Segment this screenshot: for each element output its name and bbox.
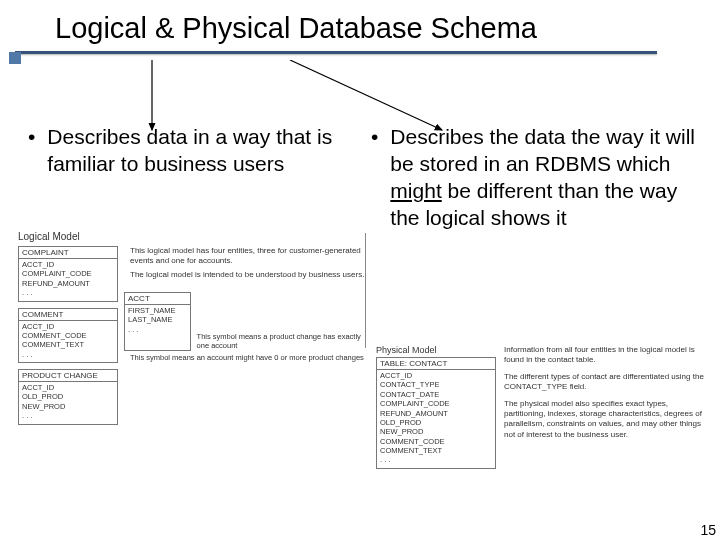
logical-model-diagram: Logical Model COMPLAINT ACCT_ID COMPLAIN… xyxy=(18,231,368,425)
right-bullet-text: Describes the data the way it will be st… xyxy=(390,124,696,232)
physical-desc-3: The physical model also specifies exact … xyxy=(504,399,708,441)
entity-head: PRODUCT CHANGE xyxy=(19,370,117,382)
slide-title-bar: Logical & Physical Database Schema xyxy=(0,0,720,54)
physical-model-diagram: Physical Model TABLE: CONTACT ACCT_ID CO… xyxy=(376,345,708,469)
entity-complaint: COMPLAINT ACCT_ID COMPLAINT_CODE REFUND_… xyxy=(18,246,118,302)
slide-title: Logical & Physical Database Schema xyxy=(55,12,720,45)
entity-acct: ACCT FIRST_NAME LAST_NAME . . . xyxy=(124,292,191,351)
right-column: • Describes the data the way it will be … xyxy=(367,124,696,232)
entity-comment: COMMENT ACCT_ID COMMENT_CODE COMMENT_TEX… xyxy=(18,308,118,364)
right-bullet-pre: Describes the data the way it will be st… xyxy=(390,125,695,175)
entity-fields: ACCT_ID OLD_PROD NEW_PROD . . . xyxy=(19,382,117,424)
entity-fields: ACCT_ID COMMENT_CODE COMMENT_TEXT . . . xyxy=(19,321,117,363)
title-accent-square xyxy=(9,52,21,64)
logical-sym2: This symbol means an account might have … xyxy=(130,353,368,362)
entity-product-change: PRODUCT CHANGE ACCT_ID OLD_PROD NEW_PROD… xyxy=(18,369,118,425)
right-bullet: • Describes the data the way it will be … xyxy=(367,124,696,232)
right-bullet-underline: might xyxy=(390,179,441,202)
entity-head: ACCT xyxy=(125,293,190,305)
left-bullet: • Describes data in a way that is famili… xyxy=(28,124,357,178)
logical-desc-2: The logical model is intended to be unde… xyxy=(130,270,368,280)
physical-desc-2: The different types of contact are diffe… xyxy=(504,372,708,393)
logical-model-label: Logical Model xyxy=(18,231,368,242)
physical-desc-1: Information from all four entities in th… xyxy=(504,345,708,366)
page-number: 15 xyxy=(700,522,716,538)
entity-fields: ACCT_ID COMPLAINT_CODE REFUND_AMOUNT . .… xyxy=(19,259,117,301)
entity-fields: ACCT_ID CONTACT_TYPE CONTACT_DATE COMPLA… xyxy=(377,370,495,468)
content-columns: • Describes data in a way that is famili… xyxy=(0,54,720,232)
logical-desc-1: This logical model has four entities, th… xyxy=(130,246,368,266)
entity-head: COMPLAINT xyxy=(19,247,117,259)
table-contact: TABLE: CONTACT ACCT_ID CONTACT_TYPE CONT… xyxy=(376,357,496,469)
logical-sym1: This symbol means a product change has e… xyxy=(197,292,368,351)
left-column: • Describes data in a way that is famili… xyxy=(28,124,357,232)
entity-fields: FIRST_NAME LAST_NAME . . . xyxy=(125,305,190,337)
entity-head: COMMENT xyxy=(19,309,117,321)
bullet-dot-icon: • xyxy=(371,124,378,151)
physical-model-label: Physical Model xyxy=(376,345,496,355)
title-underline xyxy=(15,51,657,54)
entity-head: TABLE: CONTACT xyxy=(377,358,495,370)
left-bullet-text: Describes data in a way that is familiar… xyxy=(47,124,357,178)
bullet-dot-icon: • xyxy=(28,124,35,151)
